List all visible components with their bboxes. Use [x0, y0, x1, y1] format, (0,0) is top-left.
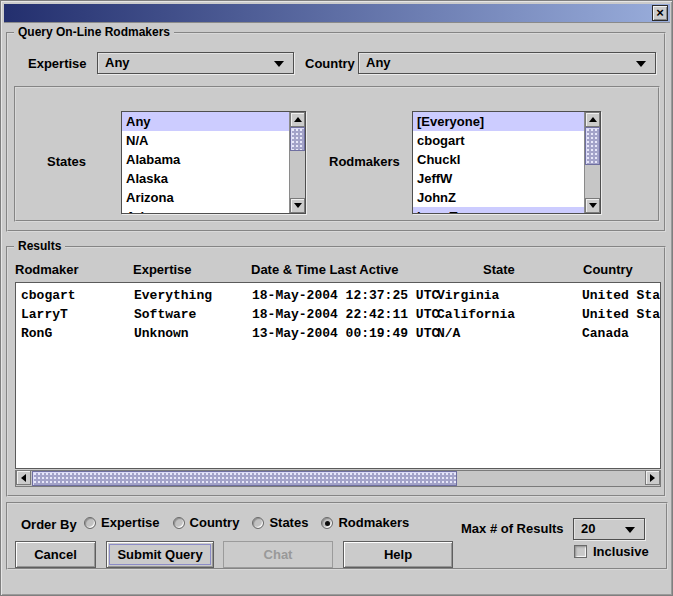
scroll-down-icon[interactable] — [290, 198, 305, 213]
radio-icon — [84, 517, 96, 529]
table-cell: Unknown — [134, 324, 189, 343]
dialog-window: × Query On-Line Rodmakers Expertise Any … — [0, 0, 673, 596]
rodmakers-list[interactable]: [Everyone]cbogartChuckIJeffWJohnZLarryT — [412, 111, 601, 214]
rodmakers-label: Rodmakers — [329, 154, 400, 169]
inclusive-checkbox[interactable] — [574, 545, 587, 558]
max-results-dropdown[interactable]: 20 — [573, 518, 645, 540]
inclusive-checkbox-row[interactable]: Inclusive — [574, 544, 649, 559]
table-cell: 18-May-2004 12:37:25 UTC — [252, 286, 439, 305]
scroll-down-icon[interactable] — [585, 198, 600, 213]
table-row[interactable]: cbogartEverything18-May-2004 12:37:25 UT… — [16, 286, 660, 305]
query-group: Query On-Line Rodmakers Expertise Any Co… — [6, 32, 666, 232]
submit-query-button[interactable]: Submit Query — [106, 541, 214, 568]
order-by-option-states[interactable]: States — [252, 515, 308, 530]
results-table[interactable]: cbogartEverything18-May-2004 12:37:25 UT… — [15, 282, 661, 469]
order-by-option-rodmakers[interactable]: Rodmakers — [321, 515, 409, 530]
rodmakers-list-item[interactable]: ChuckI — [413, 150, 584, 169]
table-cell: Canada — [582, 324, 629, 343]
chevron-down-icon — [625, 527, 635, 533]
radio-label: States — [269, 515, 308, 530]
cancel-button[interactable]: Cancel — [15, 541, 96, 568]
states-list-item[interactable]: Arkansas — [122, 207, 289, 213]
table-cell: cbogart — [21, 286, 76, 305]
inclusive-label: Inclusive — [593, 544, 649, 559]
max-results-value: 20 — [581, 521, 595, 536]
states-list-item[interactable]: Any — [122, 112, 289, 131]
scroll-up-icon[interactable] — [585, 112, 600, 127]
order-by-option-country[interactable]: Country — [173, 515, 240, 530]
states-list-item[interactable]: N/A — [122, 131, 289, 150]
rodmakers-list-item[interactable]: JohnZ — [413, 188, 584, 207]
table-cell: RonG — [21, 324, 52, 343]
table-cell: N/A — [437, 324, 460, 343]
table-cell: United States — [582, 286, 661, 305]
table-row[interactable]: RonGUnknown13-May-2004 00:19:49 UTCN/ACa… — [16, 324, 660, 343]
expertise-value: Any — [105, 55, 130, 70]
chevron-down-icon — [274, 61, 284, 67]
table-cell: California — [437, 305, 515, 324]
table-cell: Virginia — [437, 286, 499, 305]
column-header[interactable]: Expertise — [133, 262, 192, 277]
max-results-label: Max # of Results — [461, 521, 564, 536]
radio-icon — [252, 517, 264, 529]
results-group-title: Results — [14, 239, 65, 253]
results-group: Results RodmakerExpertiseDate & Time Las… — [6, 246, 666, 497]
scroll-left-icon[interactable] — [16, 470, 31, 485]
table-cell: Everything — [134, 286, 212, 305]
results-horizontal-scrollbar[interactable] — [15, 470, 661, 487]
results-table-header: RodmakerExpertiseDate & Time Last Active… — [15, 262, 661, 279]
states-label: States — [47, 154, 86, 169]
country-value: Any — [366, 55, 391, 70]
query-group-title: Query On-Line Rodmakers — [14, 25, 174, 39]
scrollbar-thumb[interactable] — [585, 127, 600, 165]
rodmakers-list-item[interactable]: [Everyone] — [413, 112, 584, 131]
table-cell: LarryT — [21, 305, 68, 324]
chat-button: Chat — [223, 541, 333, 568]
column-header[interactable]: Rodmaker — [15, 262, 79, 277]
column-header[interactable]: Date & Time Last Active — [251, 262, 398, 277]
order-by-radio-group: ExpertiseCountryStatesRodmakers — [84, 515, 422, 530]
states-list-item[interactable]: Alabama — [122, 150, 289, 169]
scroll-right-icon[interactable] — [645, 470, 660, 485]
rodmakers-list-item[interactable]: LarryT — [413, 207, 584, 213]
table-cell: United States — [582, 305, 661, 324]
states-list[interactable]: AnyN/AAlabamaAlaskaArizonaArkansas — [121, 111, 306, 214]
rodmakers-list-item[interactable]: JeffW — [413, 169, 584, 188]
radio-label: Expertise — [101, 515, 160, 530]
radio-icon — [173, 517, 185, 529]
scrollbar-thumb[interactable] — [290, 127, 305, 151]
rodmakers-list-scrollbar[interactable] — [584, 112, 600, 213]
help-button[interactable]: Help — [343, 541, 453, 568]
table-cell: Software — [134, 305, 196, 324]
lists-panel: States AnyN/AAlabamaAlaskaArizonaArkansa… — [14, 86, 660, 222]
table-cell: 13-May-2004 00:19:49 UTC — [252, 324, 439, 343]
scrollbar-thumb[interactable] — [32, 471, 457, 486]
radio-label: Country — [190, 515, 240, 530]
states-list-scrollbar[interactable] — [289, 112, 305, 213]
radio-icon — [321, 517, 333, 529]
order-by-option-expertise[interactable]: Expertise — [84, 515, 160, 530]
states-list-item[interactable]: Arizona — [122, 188, 289, 207]
country-dropdown[interactable]: Any — [358, 52, 656, 74]
states-list-item[interactable]: Alaska — [122, 169, 289, 188]
order-by-label: Order By — [21, 517, 77, 532]
radio-label: Rodmakers — [338, 515, 409, 530]
titlebar[interactable]: × — [4, 4, 670, 23]
column-header[interactable]: Country — [583, 262, 633, 277]
table-row[interactable]: LarryTSoftware18-May-2004 22:42:11 UTCCa… — [16, 305, 660, 324]
expertise-dropdown[interactable]: Any — [97, 52, 294, 74]
country-label: Country — [305, 56, 355, 71]
close-button[interactable]: × — [652, 5, 668, 21]
scroll-up-icon[interactable] — [290, 112, 305, 127]
rodmakers-list-item[interactable]: cbogart — [413, 131, 584, 150]
chevron-down-icon — [636, 61, 646, 67]
footer-panel: Order By ExpertiseCountryStatesRodmakers… — [6, 502, 668, 570]
table-cell: 18-May-2004 22:42:11 UTC — [252, 305, 439, 324]
column-header[interactable]: State — [483, 262, 515, 277]
expertise-label: Expertise — [28, 56, 87, 71]
